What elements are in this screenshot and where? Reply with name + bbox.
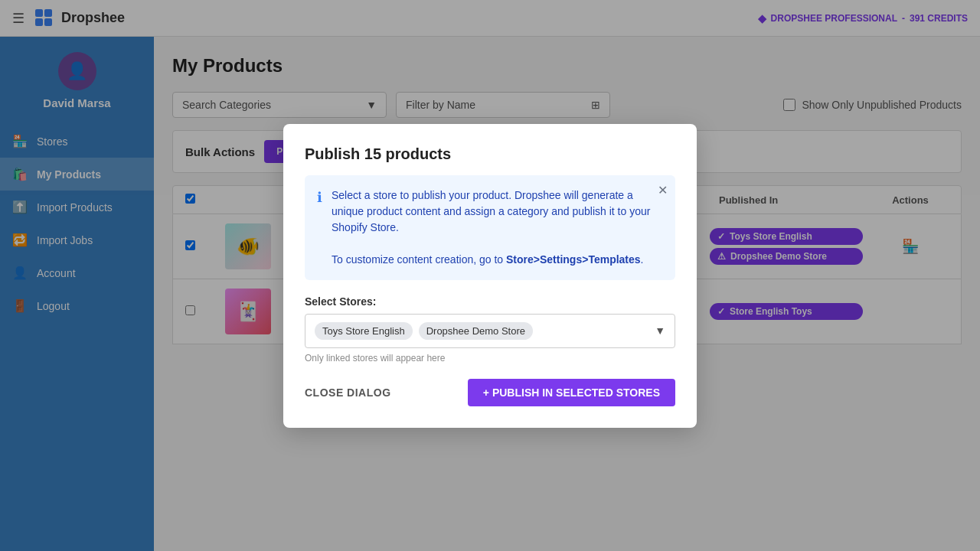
store-tag-demo: Dropshee Demo Store <box>419 322 533 340</box>
info-box: ℹ Select a store to publish your product… <box>305 175 675 280</box>
close-dialog-button[interactable]: CLOSE DIALOG <box>305 386 391 399</box>
info-icon: ℹ <box>317 189 322 206</box>
select-arrow-icon: ▼ <box>655 324 665 337</box>
modal-overlay: Publish 15 products ℹ Select a store to … <box>0 0 980 551</box>
stores-select-dropdown[interactable]: Toys Store English Dropshee Demo Store ▼ <box>305 314 675 348</box>
stores-hint: Only linked stores will appear here <box>305 353 675 364</box>
modal-title: Publish 15 products <box>305 145 675 163</box>
select-stores-section: Select Stores: Toys Store English Dropsh… <box>305 295 675 364</box>
store-tag-toys: Toys Store English <box>315 322 413 340</box>
info-paragraph-2: To customize content creation, go to Sto… <box>332 252 663 268</box>
publish-in-stores-button[interactable]: + PUBLISH IN SELECTED STORES <box>468 379 675 406</box>
publish-modal: Publish 15 products ℹ Select a store to … <box>283 124 697 428</box>
info-close-button[interactable]: ✕ <box>658 183 668 197</box>
info-text-content: Select a store to publish your product. … <box>332 187 663 268</box>
stores-tags: Toys Store English Dropshee Demo Store <box>315 322 533 340</box>
select-stores-label: Select Stores: <box>305 295 675 308</box>
settings-link[interactable]: Store>Settings>Templates <box>506 253 641 266</box>
modal-footer: CLOSE DIALOG + PUBLISH IN SELECTED STORE… <box>305 379 675 406</box>
info-paragraph-1: Select a store to publish your product. … <box>332 187 663 236</box>
